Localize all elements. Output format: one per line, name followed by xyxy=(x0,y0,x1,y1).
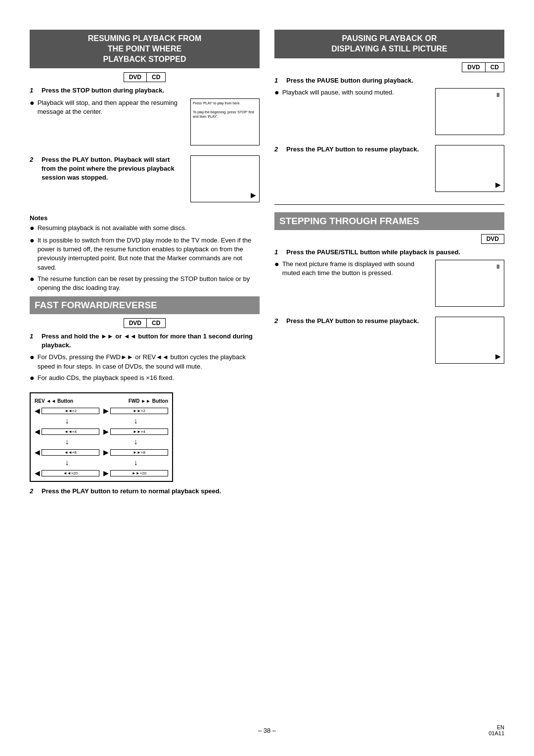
page-lang: EN xyxy=(276,724,504,730)
notes-title: Notes xyxy=(30,214,260,222)
bullet-dot: ● xyxy=(30,97,35,116)
ff-diagram: REV ◄◄ Button FWD ►► Button ◀ ◄◄×2 ↓ xyxy=(30,388,260,482)
section-divider xyxy=(274,204,504,205)
stepping-screen1: ⏸ xyxy=(435,260,504,307)
arrow-left2: ◀ xyxy=(35,427,40,435)
resume-step1: 1 Press the STOP button during playback. xyxy=(30,86,260,95)
pause-cd-badge: CD xyxy=(486,62,504,72)
arrow-left4: ◀ xyxy=(35,469,40,477)
note1: ● Resuming playback is not available wit… xyxy=(30,224,260,234)
resume-header: RESUMING PLAYBACK FROM THE POINT WHERE P… xyxy=(30,30,260,68)
rev-speed4: ◄◄×20 xyxy=(42,470,99,476)
ff-header: FAST FORWARD/REVERSE xyxy=(30,296,260,314)
diagram-fwd-label: FWD ►► Button xyxy=(129,398,168,404)
fwd-speed1: ►►×2 xyxy=(110,408,168,414)
pause-screen1: ⏸ xyxy=(435,88,504,135)
pause-step2: 2 Press the PLAY button to resume playba… xyxy=(274,145,430,154)
resume-screen2: ▶ xyxy=(190,155,260,202)
bullet-dot: ● xyxy=(30,352,35,371)
pause-bullet1-text: Playback will pause, with sound muted. xyxy=(282,88,394,98)
note2: ● It is possible to switch from the DVD … xyxy=(30,236,260,272)
arrow-right3: ▶ xyxy=(103,448,109,456)
ff-dvd-badge: DVD xyxy=(124,318,147,328)
resume-bullet1-content: ● Playback will stop, and then appear th… xyxy=(30,98,185,119)
ff-step2-text: Press the PLAY button to return to norma… xyxy=(42,487,260,496)
ff-step1-num: 1 xyxy=(30,332,38,340)
page: RESUMING PLAYBACK FROM THE POINT WHERE P… xyxy=(0,0,534,756)
two-column-layout: RESUMING PLAYBACK FROM THE POINT WHERE P… xyxy=(30,30,504,712)
pause-screen2-icon: ▶ xyxy=(495,181,501,189)
resume-step2: 2 Press the PLAY button. Playback will s… xyxy=(30,155,185,183)
resume-screen1: Press 'PLAY' to play from here. To play … xyxy=(190,98,260,145)
note1-text: Resuming playback is not available with … xyxy=(38,224,187,234)
pause-step1: 1 Press the PAUSE button during playback… xyxy=(274,76,504,85)
arrow-left3: ◀ xyxy=(35,448,40,456)
ff-step2: 2 Press the PLAY button to return to nor… xyxy=(30,487,260,496)
pause-step1-num: 1 xyxy=(274,77,282,84)
arrow-down3: ↓ xyxy=(65,458,69,467)
page-footer: – 38 – EN 01A11 xyxy=(30,722,504,736)
stepping-bullet-content: ● The next picture frame is displayed wi… xyxy=(274,260,430,280)
pause-step2-content: 2 Press the PLAY button to resume playba… xyxy=(274,145,430,157)
resume-header-line2: THE POINT WHERE xyxy=(108,45,181,53)
fwd-speed3: ►►×8 xyxy=(110,449,168,456)
resume-bullet1: ● Playback will stop, and then appear th… xyxy=(30,98,185,116)
note3-text: The resume function can be reset by pres… xyxy=(38,275,260,292)
stepping-step1-num: 1 xyxy=(274,248,282,256)
resume-bullet1-text: Playback will stop, and then appear the … xyxy=(38,98,185,116)
ff-step1-text: Press and hold the ►► or ◄◄ button for m… xyxy=(42,332,260,350)
resume-cd-badge: CD xyxy=(147,72,166,82)
pause-step1-text: Press the PAUSE button during playback. xyxy=(286,76,504,85)
arrow-left1: ◀ xyxy=(35,407,40,415)
pause-step2-text: Press the PLAY button to resume playback… xyxy=(286,145,430,154)
ff-bullet1-text: For DVDs, pressing the FWD►► or REV◄◄ bu… xyxy=(38,353,260,371)
arrow-down6: ↓ xyxy=(134,458,138,467)
stepping-step2-num: 2 xyxy=(274,317,282,325)
stepping-step2-text: Press the PLAY button to resume playback… xyxy=(286,317,430,326)
diagram-rev-label: REV ◄◄ Button xyxy=(35,398,73,404)
bullet-dot: ● xyxy=(274,87,279,98)
ff-cd-badge: CD xyxy=(147,318,166,328)
resume-step2-content: 2 Press the PLAY button. Playback will s… xyxy=(30,155,185,186)
pause-dvd-cd-badges: DVD CD xyxy=(274,62,504,72)
screen1-text: Press 'PLAY' to play from here. To play … xyxy=(191,99,259,121)
pause-screen1-icon: ⏸ xyxy=(495,92,501,98)
stepping-header: STEPPING THROUGH FRAMES xyxy=(274,212,504,230)
bullet-dot: ● xyxy=(30,274,35,292)
resume-header-line1: RESUMING PLAYBACK FROM xyxy=(88,34,202,43)
ff-bullet1: ● For DVDs, pressing the FWD►► or REV◄◄ … xyxy=(30,353,260,371)
ff-step2-num: 2 xyxy=(30,487,38,495)
stepping-dvd-badge-row: DVD xyxy=(274,234,504,244)
stepping-bullet1: ● The next picture frame is displayed wi… xyxy=(274,260,430,278)
resume-step2-num: 2 xyxy=(30,156,38,163)
stepping-step1: 1 Press the PAUSE/STILL button while pla… xyxy=(274,248,504,257)
arrow-right4: ▶ xyxy=(103,469,109,477)
resume-screen2-icon: ▶ xyxy=(251,191,256,199)
arrow-down1: ↓ xyxy=(65,417,69,425)
pause-dvd-badge: DVD xyxy=(462,62,485,72)
note2-text: It is possible to switch from the DVD pl… xyxy=(38,236,260,272)
resume-dvd-badge: DVD xyxy=(124,72,147,82)
fwd-speed4: ►►×20 xyxy=(110,470,168,476)
bullet-dot: ● xyxy=(30,235,35,272)
bullet-dot: ● xyxy=(274,259,279,278)
arrow-right2: ▶ xyxy=(103,427,109,435)
arrow-right1: ▶ xyxy=(103,407,109,415)
ff-bullet2-text: For audio CDs, the playback speed is ×16… xyxy=(38,374,174,383)
fwd-speed2: ►►×4 xyxy=(110,428,168,435)
right-column: PAUSING PLAYBACK OR DISPLAYING A STILL P… xyxy=(274,30,504,712)
resume-dvd-cd-badges: DVD CD xyxy=(30,72,260,82)
resume-step2-text: Press the PLAY button. Playback will sta… xyxy=(42,155,185,183)
page-model: 01A11 xyxy=(276,730,504,736)
rev-speed2: ◄◄×4 xyxy=(42,428,99,435)
rev-speed1: ◄◄×2 xyxy=(42,408,99,414)
pause-bullet1: ● Playback will pause, with sound muted. xyxy=(274,88,430,98)
resume-header-line3: PLAYBACK STOPPED xyxy=(103,55,186,63)
pause-header: PAUSING PLAYBACK OR DISPLAYING A STILL P… xyxy=(274,30,504,58)
stepping-step2-content: 2 Press the PLAY button to resume playba… xyxy=(274,317,430,329)
stepping-step2: 2 Press the PLAY button to resume playba… xyxy=(274,317,430,326)
bullet-dot: ● xyxy=(30,373,35,383)
pause-bullet-content: ● Playback will pause, with sound muted. xyxy=(274,88,430,100)
arrow-down4: ↓ xyxy=(134,417,138,425)
rev-speed3: ◄◄×8 xyxy=(42,449,99,456)
